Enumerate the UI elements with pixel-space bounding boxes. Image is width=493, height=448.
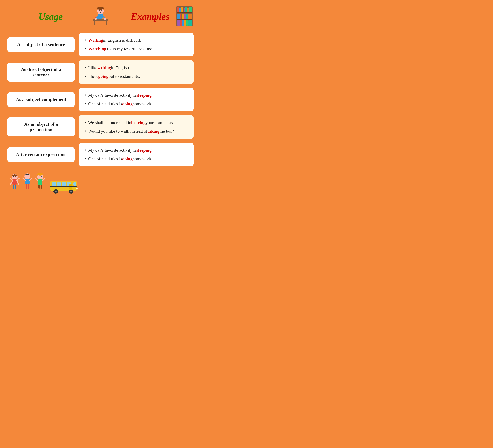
svg-point-10 (101, 11, 102, 11)
usage-label-1: As direct object of a sentence (7, 63, 75, 82)
red-gerund-0-1: Watching (88, 46, 106, 52)
bookshelf-icon (175, 5, 193, 27)
svg-rect-16 (177, 12, 192, 13)
red-gerund-3-1: taking (147, 128, 159, 135)
page-header: Usage (7, 5, 193, 27)
svg-rect-21 (183, 8, 185, 12)
example-item-4-0: My cat’s favorite activity is sleeping. (84, 147, 188, 154)
example-item-3-1: Would you like to walk instead of taking… (84, 128, 188, 135)
usage-label-0: As subject of a sentence (7, 37, 75, 52)
svg-rect-28 (184, 14, 186, 19)
svg-rect-56 (38, 179, 42, 184)
svg-point-72 (55, 191, 56, 192)
example-item-2-1: One of his duties is doing homework. (84, 101, 188, 107)
content-grid: As subject of a sentenceWriting in Engli… (7, 33, 193, 166)
svg-rect-58 (41, 184, 42, 189)
example-box-0: Writing in English is difficult.Watching… (79, 33, 193, 56)
usage-title-section: Usage (11, 11, 90, 22)
svg-line-40 (17, 181, 19, 184)
svg-line-53 (23, 178, 25, 180)
svg-point-59 (37, 173, 43, 176)
example-item-4-1: One of his duties is doing homework. (84, 155, 188, 162)
red-gerund-4-0: sleeping (136, 147, 152, 154)
svg-rect-2 (106, 21, 107, 25)
svg-rect-31 (178, 20, 180, 26)
svg-rect-67 (57, 182, 61, 186)
example-item-1-1: I love going out to restaurants. (84, 73, 188, 80)
bottom-decoration (7, 172, 193, 194)
bookshelf-illustration (175, 5, 193, 28)
svg-rect-23 (187, 8, 189, 12)
usage-label-4: After certain expressions (7, 147, 75, 162)
svg-point-14 (104, 18, 106, 20)
svg-rect-48 (25, 179, 30, 184)
example-box-2: My cat’s favorite activity is sleeping.O… (79, 88, 193, 111)
svg-point-13 (95, 18, 97, 20)
student-illustration (90, 5, 111, 27)
red-gerund-2-0: sleeping (136, 92, 152, 99)
svg-rect-41 (13, 184, 14, 189)
svg-rect-24 (189, 7, 192, 12)
svg-rect-20 (181, 7, 183, 12)
svg-rect-33 (182, 20, 184, 26)
examples-title: Examples (131, 11, 169, 22)
svg-rect-1 (94, 21, 95, 25)
svg-rect-34 (184, 20, 186, 26)
svg-rect-35 (186, 20, 188, 26)
svg-point-61 (41, 176, 42, 177)
svg-line-46 (17, 178, 19, 181)
student-icon (90, 5, 111, 27)
svg-rect-32 (180, 21, 182, 26)
svg-rect-68 (62, 182, 66, 186)
svg-line-63 (42, 179, 45, 181)
svg-rect-22 (185, 7, 187, 12)
red-gerund-3-0: hearing (131, 119, 146, 126)
svg-rect-25 (178, 13, 180, 19)
example-item-0-1: Watching TV is my favorite pastime. (84, 46, 188, 52)
example-box-1: I like writing in English.I love going o… (79, 60, 193, 84)
svg-point-52 (28, 176, 29, 176)
svg-rect-57 (38, 184, 40, 189)
svg-point-44 (15, 176, 16, 177)
svg-rect-29 (186, 13, 188, 19)
example-item-2-0: My cat’s favorite activity is sleeping. (84, 92, 188, 99)
example-item-1-0: I like writing in English. (84, 64, 188, 71)
svg-rect-30 (188, 14, 192, 19)
example-box-4: My cat’s favorite activity is sleeping.O… (79, 143, 193, 166)
svg-line-45 (10, 178, 12, 181)
example-box-3: We shall be interested in hearing your c… (79, 115, 193, 139)
svg-point-74 (70, 191, 72, 192)
svg-rect-17 (177, 19, 192, 20)
usage-label-2: As a subject complement (7, 92, 75, 107)
svg-point-9 (99, 11, 100, 11)
svg-line-39 (11, 181, 12, 184)
svg-rect-66 (52, 182, 56, 186)
svg-rect-27 (182, 13, 183, 19)
svg-rect-70 (73, 182, 76, 186)
svg-rect-19 (179, 8, 181, 12)
svg-point-51 (26, 176, 27, 176)
svg-rect-38 (12, 179, 17, 184)
red-gerund-1-0: writing (97, 64, 111, 71)
svg-point-43 (13, 176, 14, 177)
usage-label-3: As an object of a preposition (7, 117, 75, 137)
svg-line-62 (36, 179, 38, 181)
svg-rect-42 (15, 184, 16, 189)
red-gerund-1-1: going (98, 73, 109, 80)
svg-line-54 (30, 178, 32, 180)
svg-rect-50 (28, 184, 29, 189)
svg-point-8 (97, 7, 104, 10)
red-gerund-2-1: doing (122, 101, 132, 107)
svg-point-60 (39, 176, 39, 177)
example-item-0-0: Writing in English is difficult. (84, 37, 188, 44)
school-bus-icon (49, 177, 78, 194)
svg-rect-76 (50, 186, 77, 187)
svg-rect-36 (189, 21, 192, 26)
red-gerund-4-1: doing (122, 155, 132, 162)
kids-icon (9, 172, 46, 194)
svg-point-77 (76, 188, 78, 189)
example-item-3-0: We shall be interested in hearing your c… (84, 119, 188, 126)
svg-rect-26 (180, 14, 181, 19)
svg-rect-49 (26, 184, 27, 189)
svg-rect-18 (178, 7, 179, 12)
